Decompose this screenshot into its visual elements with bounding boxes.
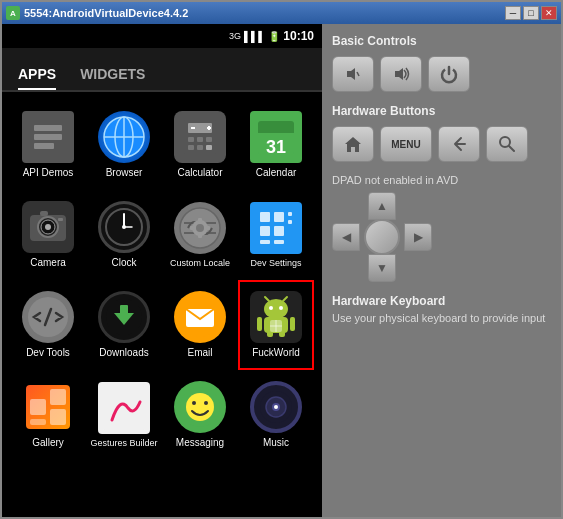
svg-text:31: 31 bbox=[266, 137, 286, 157]
dpad-container: ▲ ▼ ◀ ▶ bbox=[332, 192, 432, 282]
app-custom-locale[interactable]: Custom Locale bbox=[162, 190, 238, 280]
app-fuckworld[interactable]: FuckWorld bbox=[238, 280, 314, 370]
tab-widgets[interactable]: WIDGETS bbox=[80, 66, 145, 90]
search-button[interactable] bbox=[486, 126, 528, 162]
close-button[interactable]: ✕ bbox=[541, 6, 557, 20]
window-controls: ─ □ ✕ bbox=[505, 6, 557, 20]
app-dev-tools[interactable]: Dev Tools bbox=[10, 280, 86, 370]
svg-rect-27 bbox=[40, 211, 48, 216]
app-gestures-builder[interactable]: Gestures Builder bbox=[86, 370, 162, 460]
tabs-bar: APPS WIDGETS bbox=[2, 48, 322, 92]
svg-marker-84 bbox=[347, 68, 355, 80]
hardware-buttons-title: Hardware Buttons bbox=[332, 104, 551, 118]
app-label-dev-settings: Dev Settings bbox=[250, 258, 301, 269]
app-icon-music bbox=[250, 381, 302, 433]
svg-rect-2 bbox=[34, 143, 54, 149]
svg-rect-21 bbox=[258, 129, 294, 133]
main-content: 3G ▌▌▌ 🔋 10:10 APPS WIDGETS bbox=[2, 24, 561, 517]
app-icon-downloads bbox=[98, 291, 150, 343]
app-music[interactable]: Music bbox=[238, 370, 314, 460]
app-label-camera: Camera bbox=[30, 257, 66, 269]
app-icon-camera bbox=[22, 201, 74, 253]
svg-rect-50 bbox=[288, 220, 292, 224]
dpad-up-button[interactable]: ▲ bbox=[368, 192, 396, 220]
app-messaging[interactable]: Messaging bbox=[162, 370, 238, 460]
dpad-down-button[interactable]: ▼ bbox=[368, 254, 396, 282]
svg-rect-47 bbox=[260, 240, 270, 244]
svg-rect-54 bbox=[120, 305, 128, 317]
battery-icon: 🔋 bbox=[268, 31, 280, 42]
svg-rect-44 bbox=[274, 212, 284, 222]
dpad-left-button[interactable]: ◀ bbox=[332, 223, 360, 251]
volume-down-button[interactable] bbox=[332, 56, 374, 92]
menu-label: MENU bbox=[391, 139, 420, 150]
basic-controls-title: Basic Controls bbox=[332, 34, 551, 48]
home-button[interactable] bbox=[332, 126, 374, 162]
app-icon-custom-locale bbox=[174, 202, 226, 254]
svg-point-83 bbox=[274, 405, 278, 409]
svg-rect-14 bbox=[197, 145, 203, 150]
dpad-center-button[interactable] bbox=[364, 219, 400, 255]
minimize-button[interactable]: ─ bbox=[505, 6, 521, 20]
app-clock[interactable]: Clock bbox=[86, 190, 162, 280]
right-panel: Basic Controls bbox=[322, 24, 561, 517]
svg-rect-75 bbox=[102, 386, 146, 430]
svg-marker-86 bbox=[395, 68, 403, 80]
dpad-right-button[interactable]: ▶ bbox=[404, 223, 432, 251]
svg-line-60 bbox=[265, 297, 269, 301]
app-grid: API Demos Browser bbox=[2, 92, 322, 517]
app-label-clock: Clock bbox=[111, 257, 136, 269]
svg-point-78 bbox=[192, 401, 196, 405]
app-dev-settings[interactable]: Dev Settings bbox=[238, 190, 314, 280]
app-label-custom-locale: Custom Locale bbox=[170, 258, 230, 269]
app-camera[interactable]: Camera bbox=[10, 190, 86, 280]
hardware-buttons-row: MENU bbox=[332, 126, 551, 162]
app-icon-calculator bbox=[174, 111, 226, 163]
tab-apps[interactable]: APPS bbox=[18, 66, 56, 90]
network-type: 3G bbox=[229, 31, 241, 41]
maximize-button[interactable]: □ bbox=[523, 6, 539, 20]
power-button[interactable] bbox=[428, 56, 470, 92]
svg-rect-0 bbox=[34, 125, 62, 131]
app-email[interactable]: Email bbox=[162, 280, 238, 370]
svg-rect-43 bbox=[260, 212, 270, 222]
svg-rect-1 bbox=[34, 134, 62, 140]
window-title: 5554:AndroidVirtualDevice4.4.2 bbox=[24, 7, 188, 19]
svg-point-26 bbox=[45, 224, 51, 230]
android-screen: 3G ▌▌▌ 🔋 10:10 APPS WIDGETS bbox=[2, 24, 322, 517]
title-bar: A 5554:AndroidVirtualDevice4.4.2 ─ □ ✕ bbox=[2, 2, 561, 24]
svg-rect-49 bbox=[288, 212, 292, 216]
svg-rect-73 bbox=[50, 409, 66, 425]
hw-keyboard-title: Hardware Keyboard bbox=[332, 294, 551, 308]
app-label-downloads: Downloads bbox=[99, 347, 148, 359]
svg-rect-42 bbox=[206, 226, 210, 230]
svg-rect-64 bbox=[290, 317, 295, 331]
menu-button[interactable]: MENU bbox=[380, 126, 432, 162]
app-icon-gallery bbox=[22, 381, 74, 433]
app-calendar[interactable]: 31 Calendar bbox=[238, 100, 314, 190]
app-icon-gestures-builder bbox=[98, 382, 150, 434]
back-button[interactable] bbox=[438, 126, 480, 162]
app-label-email: Email bbox=[187, 347, 212, 359]
app-browser[interactable]: Browser bbox=[86, 100, 162, 190]
app-icon-clock bbox=[98, 201, 150, 253]
app-calculator[interactable]: Calculator bbox=[162, 100, 238, 190]
app-api-demos[interactable]: API Demos bbox=[10, 100, 86, 190]
svg-point-57 bbox=[264, 299, 288, 319]
svg-rect-12 bbox=[206, 137, 212, 142]
volume-up-button[interactable] bbox=[380, 56, 422, 92]
app-downloads[interactable]: Downloads bbox=[86, 280, 162, 370]
app-label-dev-tools: Dev Tools bbox=[26, 347, 70, 359]
app-icon-browser bbox=[98, 111, 150, 163]
svg-rect-63 bbox=[257, 317, 262, 331]
app-label-fuckworld: FuckWorld bbox=[252, 347, 300, 359]
app-icon-messaging bbox=[174, 381, 226, 433]
clock: 10:10 bbox=[283, 29, 314, 43]
app-gallery[interactable]: Gallery bbox=[10, 370, 86, 460]
app-label-calendar: Calendar bbox=[256, 167, 297, 179]
app-icon-api-demos bbox=[22, 111, 74, 163]
app-icon-fuckworld bbox=[250, 291, 302, 343]
svg-marker-87 bbox=[345, 137, 361, 152]
svg-rect-46 bbox=[274, 226, 284, 236]
svg-rect-41 bbox=[190, 226, 194, 230]
